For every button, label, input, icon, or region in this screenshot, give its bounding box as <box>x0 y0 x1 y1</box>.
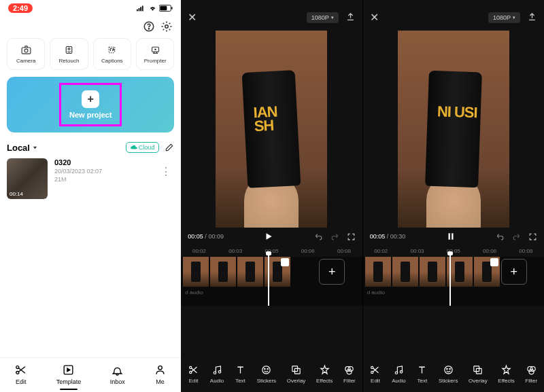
video-track[interactable]: + <box>363 257 544 287</box>
svg-rect-3 <box>142 6 143 12</box>
editor-header: ✕ 1080P▾ <box>363 0 544 31</box>
timeline[interactable]: + d audio <box>181 257 362 306</box>
clip-thumb[interactable] <box>210 257 236 287</box>
project-size: 21M <box>54 176 151 183</box>
new-project-highlight: + New project <box>59 83 122 126</box>
play-button[interactable] <box>264 232 273 241</box>
timeline[interactable]: + d audio <box>363 257 544 306</box>
resolution-button[interactable]: 1080P▾ <box>488 12 520 23</box>
svg-rect-10 <box>22 48 31 54</box>
tool-overlay[interactable]: Overlay <box>287 364 306 384</box>
tool-label: Prompter <box>144 58 167 64</box>
status-bar: 2:49 <box>0 0 181 16</box>
tool-stickers[interactable]: Stickers <box>439 364 458 384</box>
tab-inbox[interactable]: Inbox <box>110 363 125 385</box>
playhead[interactable] <box>449 253 451 306</box>
close-button[interactable]: ✕ <box>370 11 379 24</box>
svg-rect-33 <box>452 233 453 239</box>
add-clip-button[interactable]: + <box>501 259 527 285</box>
add-clip-button[interactable]: + <box>319 259 345 285</box>
svg-point-19 <box>158 366 163 370</box>
resolution-button[interactable]: 1080P▾ <box>307 12 339 23</box>
tool-effects[interactable]: Effects <box>498 364 514 384</box>
clip-thumb[interactable] <box>392 257 418 287</box>
undo-icon[interactable] <box>314 232 323 241</box>
svg-point-30 <box>348 367 353 372</box>
tab-me[interactable]: Me <box>154 363 167 385</box>
tool-audio[interactable]: Audio <box>210 364 224 384</box>
play-controls: 00:05 / 00:09 <box>181 228 362 245</box>
clip-thumb[interactable] <box>474 257 500 287</box>
playhead[interactable] <box>268 253 269 306</box>
cloud-badge[interactable]: Cloud <box>126 142 160 153</box>
svg-point-36 <box>395 372 398 374</box>
text-icon <box>416 364 428 376</box>
status-indicators <box>137 5 173 12</box>
project-meta: 0320 20/03/2023 02:07 21M <box>54 158 151 183</box>
redo-icon[interactable] <box>512 232 521 241</box>
scissors-icon <box>14 363 27 376</box>
effects-icon <box>500 364 512 376</box>
tool-retouch[interactable]: Retouch <box>50 38 88 70</box>
fullscreen-icon[interactable] <box>347 232 356 241</box>
tool-edit[interactable]: Edit <box>369 364 381 384</box>
audio-track-label[interactable]: d audio <box>363 287 544 298</box>
tool-overlay[interactable]: Overlay <box>469 364 488 384</box>
tool-filter[interactable]: Filter <box>525 364 537 384</box>
signal-icon <box>137 5 146 12</box>
tool-edit[interactable]: Edit <box>188 364 199 384</box>
tool-text[interactable]: Text <box>416 364 428 384</box>
bell-icon <box>111 363 124 376</box>
project-item[interactable]: 00:14 0320 20/03/2023 02:07 21M ⋮ <box>0 158 181 199</box>
svg-rect-1 <box>139 8 140 11</box>
undo-icon[interactable] <box>496 232 505 241</box>
timeline-ruler: 00:0200:0300:0500:0600:08 <box>181 245 362 257</box>
tool-label: Captions <box>101 58 123 64</box>
text-icon <box>235 364 246 376</box>
audio-track-label[interactable]: d audio <box>181 287 362 298</box>
tool-prompter[interactable]: Prompter <box>136 38 174 70</box>
clip-thumb[interactable] <box>237 257 263 287</box>
project-name: 0320 <box>54 158 151 166</box>
top-actions <box>0 16 181 38</box>
time-display: 00:05 / 00:09 <box>188 233 224 240</box>
project-more-button[interactable]: ⋮ <box>158 158 174 178</box>
local-dropdown[interactable]: Local <box>7 143 38 153</box>
clip-thumb[interactable] <box>183 257 209 287</box>
svg-point-31 <box>347 370 352 374</box>
svg-point-26 <box>267 368 268 369</box>
tool-camera[interactable]: Camera <box>7 38 45 70</box>
redo-icon[interactable] <box>330 232 339 241</box>
fullscreen-icon[interactable] <box>528 232 537 241</box>
new-project-card[interactable]: + New project <box>7 77 174 132</box>
export-icon[interactable] <box>345 12 356 22</box>
tab-edit[interactable]: Edit <box>14 363 27 385</box>
svg-point-44 <box>530 367 535 372</box>
close-button[interactable]: ✕ <box>188 11 197 24</box>
export-icon[interactable] <box>527 12 537 22</box>
clip-thumb[interactable] <box>365 257 391 287</box>
tool-filter[interactable]: Filter <box>343 364 356 384</box>
svg-point-37 <box>400 371 403 374</box>
svg-point-40 <box>449 368 450 369</box>
help-icon[interactable] <box>143 20 155 33</box>
svg-point-38 <box>445 366 452 374</box>
tool-label: Retouch <box>59 58 80 64</box>
tab-template[interactable]: Template <box>56 363 82 385</box>
video-preview[interactable]: NI USI <box>363 31 544 228</box>
tool-text[interactable]: Text <box>235 364 246 384</box>
scissors-icon <box>188 364 199 376</box>
clip-thumb[interactable] <box>420 257 445 287</box>
tool-audio[interactable]: Audio <box>392 364 405 384</box>
tool-stickers[interactable]: Stickers <box>257 364 276 384</box>
filter-icon <box>343 364 355 376</box>
tool-captions[interactable]: Captions <box>93 38 131 70</box>
svg-point-39 <box>446 368 447 369</box>
video-preview[interactable]: IAN SH <box>181 31 362 228</box>
video-track[interactable]: + <box>181 257 362 287</box>
edit-icon[interactable] <box>165 143 174 152</box>
settings-icon[interactable] <box>160 20 173 33</box>
pause-button[interactable] <box>446 232 456 241</box>
tool-effects[interactable]: Effects <box>316 364 333 384</box>
editor-screen-b: ✕ 1080P▾ NI USI 00:05 / 00:30 00:0200:03… <box>363 0 544 392</box>
